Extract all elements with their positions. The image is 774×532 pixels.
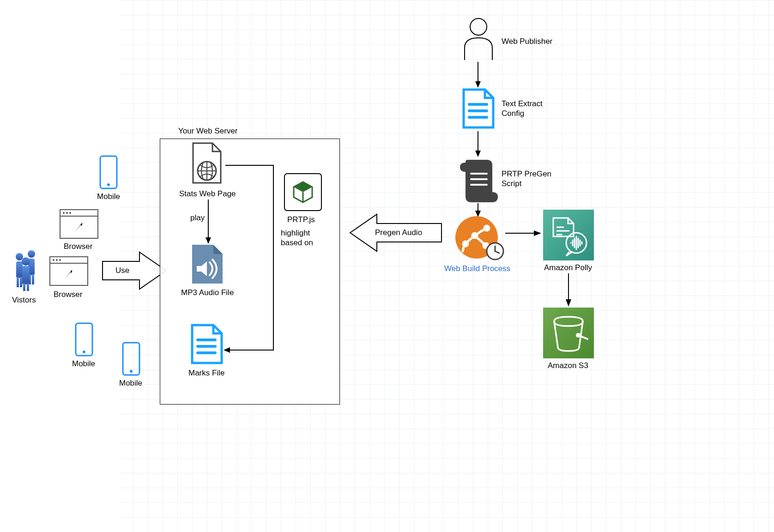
text-extract-label: Text Extract Config — [502, 99, 543, 119]
marks-label: Marks File — [188, 369, 224, 378]
svg-point-0 — [16, 253, 23, 260]
s3-label: Amazon S3 — [548, 361, 588, 370]
svg-rect-1 — [16, 261, 23, 278]
browser-label-1: Browser — [64, 242, 92, 251]
arrow-highlight — [222, 165, 323, 359]
svg-rect-11 — [27, 284, 29, 291]
web-build-label: Web Build Process — [444, 264, 510, 273]
svg-point-22 — [69, 212, 71, 214]
svg-point-15 — [83, 351, 85, 353]
svg-point-8 — [22, 257, 30, 266]
svg-rect-19 — [60, 210, 98, 216]
highlight-label: highlight based on — [281, 228, 313, 248]
svg-point-26 — [56, 259, 58, 261]
svg-point-25 — [53, 259, 54, 261]
visitors-icon — [10, 249, 42, 291]
mp3-label: MP3 Audio File — [181, 288, 234, 297]
use-arrow — [103, 248, 167, 294]
amazon-s3-icon — [543, 308, 594, 358]
play-label: play — [190, 213, 205, 223]
svg-rect-2 — [17, 277, 19, 287]
script-icon — [459, 157, 498, 204]
svg-rect-10 — [23, 284, 25, 291]
mobile-label-3: Mobile — [119, 379, 142, 388]
visitors-label: Vistors — [12, 296, 36, 305]
web-publisher-label: Web Publisher — [502, 37, 552, 46]
svg-point-20 — [63, 212, 65, 214]
svg-point-13 — [107, 183, 110, 186]
document-icon — [461, 88, 496, 130]
arrow-config-script — [475, 131, 481, 157]
amazon-polly-icon — [543, 210, 594, 260]
polly-label: Amazon Polly — [544, 263, 592, 272]
arrow-build-polly — [505, 230, 541, 236]
browser-label-2: Browser — [54, 290, 82, 299]
pipeline-icon — [454, 215, 504, 261]
svg-rect-7 — [32, 274, 34, 284]
browser-icon — [59, 209, 99, 239]
audio-file-icon — [190, 244, 224, 285]
document-icon — [189, 323, 224, 366]
mobile-icon — [121, 342, 141, 376]
svg-rect-24 — [50, 257, 88, 263]
arrow-pub-config — [475, 62, 481, 88]
arrow-play — [205, 200, 212, 244]
svg-point-34 — [470, 18, 487, 35]
pregen-label: Pregen Audio — [375, 228, 422, 237]
mobile-label-2: Mobile — [72, 359, 95, 369]
web-page-icon — [189, 142, 224, 187]
server-title: Your Web Server — [178, 127, 238, 136]
svg-point-4 — [28, 250, 35, 258]
use-label: Use — [115, 266, 129, 275]
svg-point-27 — [59, 259, 61, 261]
mobile-icon — [98, 155, 119, 189]
svg-rect-9 — [22, 266, 30, 284]
arrow-polly-s3 — [565, 273, 572, 307]
pregen-script-label: PRTP PreGen Script — [502, 169, 551, 189]
mobile-label-1: Mobile — [97, 192, 120, 201]
browser-icon — [49, 256, 89, 286]
svg-point-17 — [130, 370, 133, 373]
user-icon — [462, 18, 495, 61]
mobile-icon — [74, 322, 94, 357]
svg-rect-3 — [20, 277, 22, 287]
svg-point-21 — [66, 212, 68, 214]
